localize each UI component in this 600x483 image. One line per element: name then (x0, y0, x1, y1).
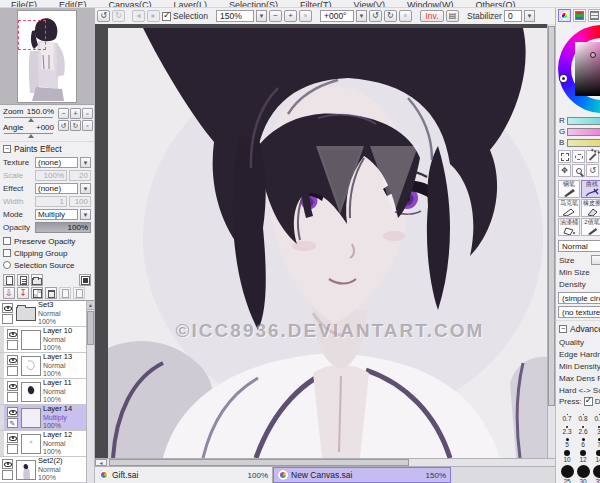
mode-dropdown-icon[interactable]: ▼ (80, 209, 91, 220)
effect-dropdown-icon[interactable]: ▼ (80, 183, 91, 194)
opacity-slider[interactable]: 100% (35, 222, 91, 233)
clear-layer-button[interactable] (31, 287, 43, 299)
preserve-opacity-checkbox[interactable] (3, 237, 11, 245)
menu-window[interactable]: Window(W) (396, 0, 465, 8)
nav-rotate-ccw-button[interactable]: ↺ (58, 120, 69, 131)
navigator-view-rect[interactable] (18, 20, 46, 50)
red-slider[interactable] (567, 117, 600, 125)
rect-select-tool[interactable] (558, 150, 571, 163)
nav-zoom-slider[interactable] (4, 117, 53, 120)
magic-wand-tool[interactable] (586, 150, 599, 163)
selection-source-checkbox[interactable] (3, 261, 11, 269)
nav-zoom-in-button[interactable]: + (70, 108, 81, 119)
canvas-area[interactable]: ©ICC8936.DEVIANTART.COM (95, 24, 555, 458)
brush-shape-select[interactable]: (simple circle) (558, 292, 600, 304)
brush-slot-marker[interactable]: 马克笔 (558, 199, 580, 217)
color-wheel-tab[interactable] (558, 9, 571, 22)
zoom-plus-button[interactable]: + (284, 10, 297, 22)
menu-filter[interactable]: Filter(T) (289, 0, 343, 8)
zoom-tool[interactable] (572, 164, 585, 177)
copy-layer-button[interactable] (59, 287, 71, 299)
tab-new-canvas-sai[interactable]: New Canvas.sai 150% (273, 467, 451, 483)
green-slider[interactable] (567, 128, 600, 136)
brush-slot-curve-selected[interactable]: 曲线 (581, 180, 600, 198)
size-preset[interactable]: 12 (575, 448, 591, 463)
size-preset[interactable]: 2.3 (559, 422, 575, 435)
angle-dropdown-icon[interactable]: ▼ (356, 10, 367, 22)
size-preset[interactable]: 25 (559, 463, 575, 483)
brush-slot-binary-pen[interactable]: 2值笔 (581, 218, 600, 236)
paste-layer-button[interactable] (73, 287, 85, 299)
size-unit-button[interactable] (591, 255, 600, 265)
navigator[interactable] (0, 8, 94, 105)
nav-angle-reset-button[interactable]: ▫ (82, 120, 93, 131)
size-preset[interactable]: 2.6 (575, 422, 591, 435)
redo-button[interactable]: ↻ (112, 10, 125, 22)
preserve-opacity-row[interactable]: Preserve Opacity (3, 235, 91, 247)
menu-layer[interactable]: Layer(L) (163, 0, 219, 8)
tab-gift-sai[interactable]: Gift.sai 100% (95, 467, 273, 483)
saturation-value-square[interactable] (575, 42, 600, 96)
selection-source-row[interactable]: Selection Source (3, 259, 91, 271)
invert-view-button[interactable]: Inv. (420, 10, 444, 22)
angle-value-field[interactable]: +000° (320, 10, 354, 22)
size-preset[interactable]: 0.8 (575, 409, 591, 422)
visibility-eye-icon[interactable] (4, 306, 12, 311)
canvas-horizontal-scrollbar[interactable]: ◄ (95, 458, 555, 466)
stabilizer-field[interactable]: 0 (504, 10, 522, 22)
texture-select[interactable]: (none) (35, 157, 78, 168)
menu-selection[interactable]: Selection(S) (218, 0, 289, 8)
nav-zoom-reset-button[interactable]: ▫ (82, 108, 93, 119)
delete-layer-button[interactable] (45, 287, 57, 299)
nav-angle-slider[interactable] (4, 133, 53, 136)
flip-view-button[interactable]: ▤ (446, 10, 459, 22)
zoom-minus-button[interactable]: − (269, 10, 282, 22)
rotate-cw-button[interactable]: ↻ (384, 10, 397, 22)
artwork-canvas[interactable]: ©ICC8936.DEVIANTART.COM (108, 28, 555, 458)
menu-canvas[interactable]: Canvas(C) (98, 0, 163, 8)
hue-marker[interactable] (560, 75, 567, 82)
visibility-eye-icon[interactable] (9, 384, 17, 389)
layer-row-set3[interactable]: Set3Normal100% (0, 301, 86, 327)
selection-checkbox[interactable] (162, 12, 171, 21)
visibility-eye-icon[interactable] (9, 410, 17, 415)
size-preset[interactable]: 0.7 (559, 409, 575, 422)
move-tool[interactable]: ✥ (558, 164, 571, 177)
collapse-icon[interactable]: − (559, 325, 567, 333)
brush-slot-bucket[interactable]: 油漆桶 (558, 218, 580, 236)
size-preset[interactable]: 5 (559, 435, 575, 448)
visibility-eye-icon[interactable] (4, 462, 12, 467)
zoom-out-view-button[interactable]: ◂ (132, 10, 145, 22)
color-mixer-tab[interactable] (588, 9, 600, 22)
layer-row-layer13[interactable]: Layer 13Normal100% (0, 353, 86, 379)
visibility-eye-icon[interactable] (9, 332, 17, 337)
zoom-value-field[interactable]: 150% (216, 10, 254, 22)
visibility-eye-icon[interactable] (9, 358, 17, 363)
layer-row-set2-2[interactable]: Set2(2)Normal100% (0, 457, 86, 483)
texture-dropdown-icon[interactable]: ▼ (80, 157, 91, 168)
effect-select[interactable]: (none) (35, 183, 78, 194)
layer-row-layer14-selected[interactable]: ✎ Layer 14Multiply100% (0, 405, 86, 431)
size-preset[interactable]: 7 (591, 435, 600, 448)
layer-row-layer11[interactable]: Layer 11Normal100% (0, 379, 86, 405)
menu-others[interactable]: Others(O) (464, 0, 526, 8)
lasso-tool[interactable] (572, 150, 585, 163)
size-preset[interactable]: 3 (591, 422, 600, 435)
layer-row-layer12[interactable]: Layer 12Normal100% (0, 431, 86, 457)
size-preset[interactable]: 14 (591, 448, 600, 463)
nav-rotate-cw-button[interactable]: ↻ (70, 120, 81, 131)
sv-cursor[interactable] (590, 52, 596, 58)
blue-slider[interactable] (567, 139, 600, 147)
scroll-left-icon[interactable]: ◄ (95, 459, 107, 466)
canvas-vertical-scrollbar[interactable] (547, 24, 555, 458)
brush-slot-pen[interactable]: 钢笔 (558, 180, 580, 198)
size-preset[interactable]: 35 (591, 463, 600, 483)
merge-down-button[interactable]: ↧ (17, 287, 29, 299)
size-preset[interactable]: 10 (559, 448, 575, 463)
menu-file[interactable]: File(F) (0, 0, 48, 8)
layer-list-scrollbar[interactable]: ▲ (86, 301, 94, 483)
clipping-group-checkbox[interactable] (3, 249, 11, 257)
new-layer-button[interactable] (3, 274, 15, 286)
zoom-in-view-button[interactable]: ▸ (147, 10, 160, 22)
zoom-dropdown-icon[interactable]: ▼ (256, 10, 267, 22)
